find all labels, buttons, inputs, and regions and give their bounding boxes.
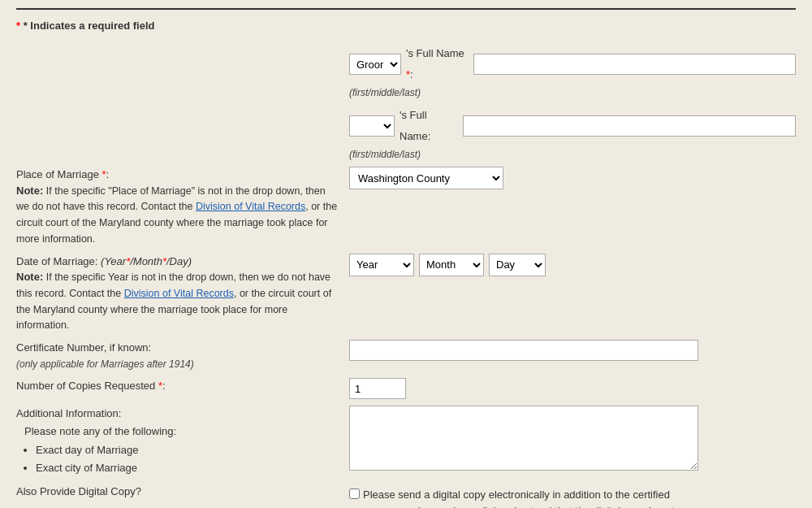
additional-info-label-col: Additional Information: Please note any … xyxy=(16,406,349,477)
date-marriage-row: Date of Marriage: (Year*/Month*/Day) Not… xyxy=(16,254,796,334)
day-select[interactable]: Day xyxy=(489,254,546,276)
groom-input-col: Groor Mr. Mrs. Ms. Dr. 's Full Name *: (… xyxy=(349,43,796,98)
required-note-text: * Indicates a required field xyxy=(24,20,155,32)
bride-input-col: Mr. Mrs. Ms. Dr. 's Full Name: (first/mi… xyxy=(349,105,796,160)
copies-label: Number of Copies Requested *: xyxy=(16,380,166,392)
digital-copy-input-col: Please send a digital copy electronicall… xyxy=(349,484,796,508)
additional-info-list: Exact day of Marriage Exact city of Marr… xyxy=(36,442,341,475)
bullet-exact-day: Exact day of Marriage xyxy=(36,442,341,458)
place-note-text: If the specific "Place of Marriage" is n… xyxy=(16,185,337,245)
bride-title-select[interactable]: Mr. Mrs. Ms. Dr. xyxy=(349,115,395,137)
bride-name-input[interactable] xyxy=(463,115,796,137)
certificate-italic: (only applicable for Marriages after 191… xyxy=(16,358,194,370)
additional-info-label: Additional Information: xyxy=(16,406,341,422)
groom-required-star: * xyxy=(406,68,410,80)
certificate-label: Certificate Number, if known: xyxy=(16,341,151,354)
digital-copy-label: Also Provide Digital Copy? xyxy=(16,485,141,497)
date-marriage-label: Date of Marriage: (Year*/Month*/Day) xyxy=(16,255,192,267)
certificate-label-col: Certificate Number, if known: (only appl… xyxy=(16,340,349,371)
additional-info-row: Additional Information: Please note any … xyxy=(16,406,796,477)
copies-input[interactable] xyxy=(349,378,406,399)
year-star: * xyxy=(126,255,130,267)
digital-copy-checkbox[interactable] xyxy=(349,488,360,499)
certificate-input[interactable] xyxy=(349,340,698,361)
division-vital-records-link1[interactable]: Division of Vital Records xyxy=(196,201,305,212)
division-vital-records-link2[interactable]: Division of Vital Records xyxy=(124,288,234,299)
copies-input-col xyxy=(349,378,796,399)
digital-copy-text: Please send a digital copy electronicall… xyxy=(363,487,696,508)
date-label-col: Date of Marriage: (Year*/Month*/Day) Not… xyxy=(16,254,349,334)
bride-full-name-label: 's Full Name: xyxy=(400,105,458,147)
place-note-label: Note: xyxy=(16,185,43,197)
digital-copy-row: Also Provide Digital Copy? Please send a… xyxy=(16,484,796,508)
additional-info-sub: Please note any of the following: xyxy=(24,423,341,440)
place-of-marriage-select[interactable]: Washington County Allegany County Anne A… xyxy=(349,167,503,189)
copies-row: Number of Copies Requested *: xyxy=(16,378,796,399)
certificate-row: Certificate Number, if known: (only appl… xyxy=(16,340,796,371)
digital-copy-label-col: Also Provide Digital Copy? xyxy=(16,484,349,500)
groom-name-input[interactable] xyxy=(473,54,796,75)
bullet-exact-city: Exact city of Marriage xyxy=(36,460,341,476)
required-star: * xyxy=(16,20,20,32)
place-marriage-row: Place of Marriage *: Note: If the specif… xyxy=(16,167,796,247)
copies-required-star: * xyxy=(158,380,162,392)
top-divider xyxy=(16,8,796,10)
month-select[interactable]: Month xyxy=(419,254,484,276)
bride-row: Mr. Mrs. Ms. Dr. 's Full Name: (first/mi… xyxy=(16,105,796,160)
required-note: * * Indicates a required field xyxy=(16,20,796,32)
groom-full-name-label: 's Full Name *: xyxy=(406,43,469,85)
month-star: * xyxy=(162,255,166,267)
place-marriage-label: Place of Marriage *: xyxy=(16,168,109,180)
place-input-col: Washington County Allegany County Anne A… xyxy=(349,167,796,189)
certificate-input-col xyxy=(349,340,796,361)
date-note-text: If the specific Year is not in the drop … xyxy=(16,271,331,331)
date-input-col: Year Month Day xyxy=(349,254,796,276)
place-required-star: * xyxy=(102,168,106,180)
additional-info-textarea[interactable] xyxy=(349,406,698,471)
groom-name-italic: (first/middle/last) xyxy=(349,87,421,98)
page-container: * * Indicates a required field Groor Mr.… xyxy=(0,0,812,508)
groom-title-select[interactable]: Groor Mr. Mrs. Ms. Dr. xyxy=(349,54,401,75)
date-note-label: Note: xyxy=(16,271,43,283)
groom-row: Groor Mr. Mrs. Ms. Dr. 's Full Name *: (… xyxy=(16,43,796,98)
copies-label-col: Number of Copies Requested *: xyxy=(16,378,349,394)
place-label-col: Place of Marriage *: Note: If the specif… xyxy=(16,167,349,247)
additional-info-input-col xyxy=(349,406,796,471)
year-select[interactable]: Year xyxy=(349,254,414,276)
bride-name-italic: (first/middle/last) xyxy=(349,149,421,160)
